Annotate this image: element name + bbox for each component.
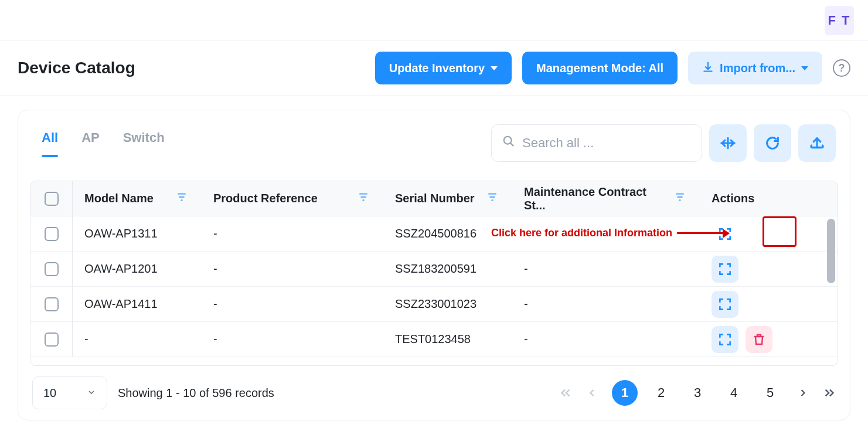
cell-maintenance: - [524, 297, 528, 311]
prev-page-button[interactable] [586, 387, 598, 399]
cell-product-ref: - [213, 227, 217, 240]
import-from-label: Import from... [720, 62, 795, 75]
catalog-panel: All AP Switch M [18, 110, 850, 420]
export-button[interactable] [798, 124, 836, 162]
help-icon[interactable]: ? [833, 59, 850, 77]
panel-toolbar: All AP Switch [30, 124, 838, 164]
showing-text: Showing 1 - 10 of 596 records [118, 386, 274, 400]
page-number[interactable]: 4 [721, 380, 747, 406]
table-row: OAW-AP1201-SSZ183200591- [30, 252, 838, 287]
filter-icon[interactable] [176, 192, 188, 205]
refresh-button[interactable] [754, 124, 791, 162]
tab-switch[interactable]: Switch [123, 130, 165, 156]
last-page-button[interactable] [823, 386, 836, 399]
table-row: --TEST0123458- [30, 322, 838, 357]
col-product-reference: Product Reference [213, 192, 318, 205]
row-checkbox[interactable] [45, 227, 59, 241]
col-actions: Actions [712, 192, 754, 205]
tab-ap[interactable]: AP [81, 130, 100, 156]
header-actions: Update Inventory Management Mode: All Im… [375, 52, 850, 84]
avatar[interactable]: F T [825, 6, 854, 35]
device-table: Model Name Product Reference Serial Numb… [30, 181, 838, 366]
search-icon [502, 135, 515, 151]
search-input[interactable] [522, 135, 691, 151]
table-row [30, 357, 838, 365]
management-mode-button[interactable]: Management Mode: All [522, 52, 678, 84]
row-checkbox[interactable] [45, 262, 59, 276]
scrollbar[interactable] [827, 219, 835, 283]
page-header: Device Catalog Update Inventory Manageme… [0, 41, 868, 96]
expand-row-button[interactable] [712, 291, 738, 318]
update-inventory-button[interactable]: Update Inventory [375, 52, 512, 84]
chevron-down-icon [87, 386, 96, 400]
pagination: 12345 [559, 380, 836, 406]
delete-row-button[interactable] [746, 326, 772, 353]
page-title: Device Catalog [18, 59, 135, 77]
chevron-down-icon [491, 66, 498, 70]
download-icon [702, 61, 714, 76]
table-body: OAW-AP1311-SSZ204500816Click here for ad… [30, 216, 838, 365]
row-checkbox[interactable] [45, 332, 59, 347]
svg-line-1 [510, 143, 514, 147]
cell-product-ref: - [213, 297, 217, 311]
table-header-row: Model Name Product Reference Serial Numb… [30, 181, 838, 216]
page-number[interactable]: 2 [648, 380, 674, 406]
cell-maintenance: - [524, 332, 528, 346]
cell-serial: TEST0123458 [395, 332, 471, 346]
page-number[interactable]: 5 [757, 380, 783, 406]
import-from-button[interactable]: Import from... [688, 52, 822, 84]
management-mode-label: Management Mode: All [536, 62, 663, 75]
col-serial-number: Serial Number [395, 192, 475, 205]
col-model-name: Model Name [84, 192, 154, 205]
select-all-checkbox[interactable] [45, 192, 59, 206]
filter-icon[interactable] [674, 192, 686, 205]
annotation-callout: Click here for additional Information [491, 227, 729, 239]
table-footer: 10 Showing 1 - 10 of 596 records 12345 [30, 373, 838, 410]
svg-rect-3 [812, 147, 822, 149]
expand-row-button[interactable] [712, 326, 738, 353]
cell-model: OAW-AP1411 [84, 297, 158, 311]
page-size-select[interactable]: 10 [32, 376, 107, 409]
cell-serial: SSZ183200591 [395, 262, 476, 276]
top-bar: F T [0, 0, 868, 41]
filter-icon[interactable] [486, 192, 498, 205]
columns-fit-button[interactable] [709, 124, 747, 162]
cell-product-ref: - [213, 262, 217, 276]
chevron-down-icon [801, 66, 808, 70]
update-inventory-label: Update Inventory [389, 62, 485, 75]
col-maintenance-contract: Maintenance Contract St... [524, 185, 665, 212]
cell-serial: SSZ204500816 [395, 227, 476, 240]
cell-product-ref: - [213, 332, 217, 346]
page-size-value: 10 [43, 386, 56, 400]
row-checkbox[interactable] [45, 297, 59, 311]
table-row: OAW-AP1311-SSZ204500816Click here for ad… [30, 216, 838, 252]
search-box[interactable] [491, 124, 702, 162]
cell-serial: SSZ233001023 [395, 297, 476, 311]
annotation-text: Click here for additional Information [491, 227, 672, 239]
page-number[interactable]: 1 [612, 380, 638, 406]
next-page-button[interactable] [797, 387, 809, 399]
filter-icon[interactable] [358, 192, 369, 205]
cell-model: OAW-AP1311 [84, 227, 158, 240]
tabs: All AP Switch [42, 130, 165, 156]
first-page-button[interactable] [559, 386, 572, 399]
table-row: OAW-AP1411-SSZ233001023- [30, 287, 838, 322]
page-number[interactable]: 3 [685, 380, 710, 406]
cell-model: - [84, 332, 88, 346]
expand-row-button[interactable] [712, 220, 738, 247]
expand-row-button[interactable] [712, 256, 738, 283]
tab-all[interactable]: All [42, 130, 58, 156]
cell-model: OAW-AP1201 [84, 262, 158, 276]
svg-point-0 [504, 137, 512, 144]
cell-maintenance: - [524, 262, 528, 276]
